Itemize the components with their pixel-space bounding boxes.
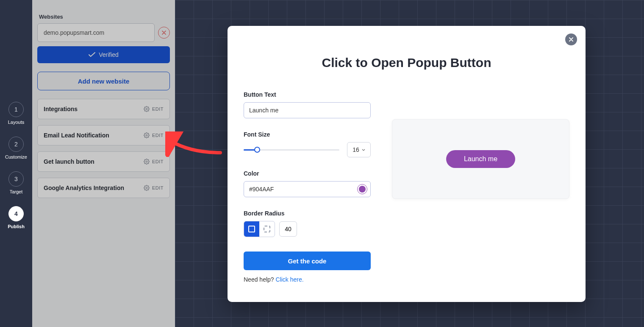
sidebar-row-ga-integration[interactable]: Google Analytics Integration EDIT bbox=[37, 178, 170, 198]
nav-step-number: 1 bbox=[8, 102, 24, 117]
radius-shape-toggle bbox=[244, 221, 275, 237]
button-preview-card: Launch me bbox=[392, 119, 569, 199]
font-size-slider[interactable] bbox=[244, 145, 339, 154]
edit-action[interactable]: EDIT bbox=[144, 106, 164, 112]
font-size-value: 16 bbox=[353, 146, 359, 153]
color-swatch-fill bbox=[359, 186, 366, 193]
launch-button-modal: Click to Open Popup Button Button Text F… bbox=[228, 26, 586, 302]
nav-layouts[interactable]: 1 Layouts bbox=[8, 102, 25, 125]
help-prefix: Need help? bbox=[244, 276, 276, 283]
button-text-label: Button Text bbox=[244, 91, 371, 98]
modal-title: Click to Open Popup Button bbox=[244, 56, 569, 70]
edit-label: EDIT bbox=[152, 106, 164, 112]
preview-column: Launch me bbox=[392, 91, 569, 283]
edit-action[interactable]: EDIT bbox=[144, 132, 164, 138]
sidebar-row-integrations[interactable]: Integrations EDIT bbox=[37, 99, 170, 119]
square-icon bbox=[248, 226, 255, 232]
sidebar-row-label: Email Lead Notification bbox=[44, 132, 109, 139]
sidebar-row-launch-button[interactable]: Get launch button EDIT bbox=[37, 151, 170, 172]
edit-label: EDIT bbox=[152, 159, 164, 164]
edit-label: EDIT bbox=[152, 133, 164, 138]
verified-button[interactable]: Verified bbox=[37, 46, 170, 63]
sidebar-row-label: Integrations bbox=[44, 106, 78, 112]
sidebar-row-label: Get launch button bbox=[44, 158, 94, 165]
add-website-button[interactable]: Add new website bbox=[37, 72, 170, 90]
radius-value-input[interactable] bbox=[279, 221, 297, 237]
svg-point-3 bbox=[146, 187, 147, 189]
nav-publish[interactable]: 4 Publish bbox=[8, 206, 25, 229]
sidebar-row-email-lead[interactable]: Email Lead Notification EDIT bbox=[37, 125, 170, 145]
radius-solid-option[interactable] bbox=[244, 221, 259, 237]
publish-sidebar: Websites Verified Add new website Integr… bbox=[32, 0, 175, 327]
nav-step-number: 2 bbox=[8, 137, 24, 152]
preview-launch-button[interactable]: Launch me bbox=[446, 150, 515, 168]
sidebar-row-label: Google Analytics Integration bbox=[44, 184, 124, 191]
color-label: Color bbox=[244, 170, 371, 177]
color-swatch[interactable] bbox=[357, 184, 367, 194]
gear-icon bbox=[144, 185, 150, 191]
close-icon bbox=[162, 29, 166, 36]
nav-step-number: 4 bbox=[8, 206, 24, 221]
border-radius-label: Border Radius bbox=[244, 210, 371, 217]
verified-label: Verified bbox=[99, 51, 119, 58]
nav-step-label: Publish bbox=[8, 224, 25, 229]
chevron-down-icon bbox=[362, 149, 365, 151]
gear-icon bbox=[144, 106, 150, 112]
close-icon bbox=[569, 36, 573, 43]
help-text: Need help? Click here. bbox=[244, 276, 371, 283]
radius-dashed-option[interactable] bbox=[259, 221, 275, 237]
nav-customize[interactable]: 2 Customize bbox=[5, 137, 27, 159]
svg-point-1 bbox=[146, 134, 147, 136]
font-size-select[interactable]: 16 bbox=[347, 142, 371, 157]
gear-icon bbox=[144, 159, 150, 165]
svg-point-0 bbox=[146, 108, 147, 110]
help-link[interactable]: Click here. bbox=[276, 276, 304, 283]
slider-thumb[interactable] bbox=[254, 147, 260, 153]
gear-icon bbox=[144, 132, 150, 138]
button-text-input[interactable] bbox=[244, 102, 371, 118]
form-column: Button Text Font Size 16 bbox=[244, 91, 371, 283]
nav-step-number: 3 bbox=[8, 171, 24, 187]
remove-website-button[interactable] bbox=[158, 27, 170, 39]
step-nav: 1 Layouts 2 Customize 3 Target 4 Publish bbox=[0, 0, 32, 327]
websites-label: Websites bbox=[39, 14, 168, 20]
nav-target[interactable]: 3 Target bbox=[8, 171, 24, 194]
svg-point-2 bbox=[146, 161, 147, 162]
dashed-square-icon bbox=[264, 226, 270, 232]
edit-action[interactable]: EDIT bbox=[144, 185, 164, 191]
nav-step-label: Customize bbox=[5, 154, 27, 159]
modal-close-button[interactable] bbox=[565, 34, 577, 45]
color-input[interactable] bbox=[244, 181, 371, 197]
font-size-label: Font Size bbox=[244, 131, 371, 138]
get-code-button[interactable]: Get the code bbox=[244, 252, 371, 270]
edit-label: EDIT bbox=[152, 185, 164, 190]
edit-action[interactable]: EDIT bbox=[144, 159, 164, 165]
nav-step-label: Target bbox=[10, 189, 23, 194]
check-icon bbox=[89, 52, 95, 57]
website-input[interactable] bbox=[37, 23, 155, 42]
nav-step-label: Layouts bbox=[8, 120, 25, 125]
website-row bbox=[37, 23, 170, 42]
